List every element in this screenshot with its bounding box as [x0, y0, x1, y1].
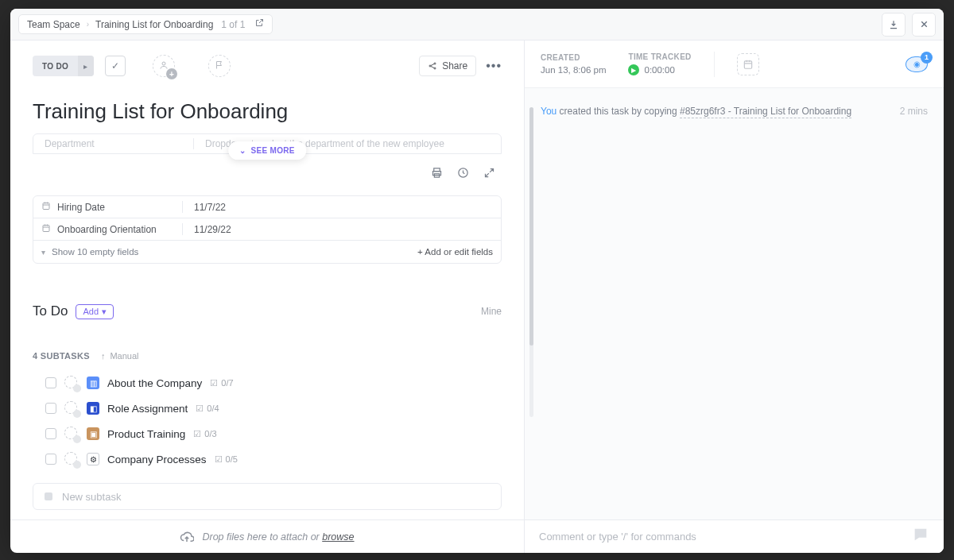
play-icon[interactable]: ▶: [628, 64, 639, 75]
mark-complete-button[interactable]: ✓: [105, 56, 126, 76]
subtask-assignee-button[interactable]: [64, 376, 79, 390]
task-stats: CREATED Jun 13, 8:06 pm TIME TRACKED ▶ 0…: [525, 41, 944, 88]
arrow-up-icon: ↑: [101, 351, 106, 361]
activity-actor: You: [541, 106, 556, 117]
status-next-icon[interactable]: ▸: [78, 56, 94, 76]
new-subtask-input[interactable]: New subtask: [33, 483, 502, 510]
task-detail-pane: TO DO ▸ ✓ +: [10, 41, 525, 553]
chevron-down-icon: ⌄: [239, 146, 246, 155]
progress-badge: ☑0/7: [210, 378, 233, 388]
assignee-add-button[interactable]: +: [153, 55, 175, 77]
svg-point-1: [429, 65, 431, 67]
add-edit-fields[interactable]: + Add or edit fields: [417, 247, 493, 257]
status-button[interactable]: TO DO ▸: [33, 56, 94, 76]
building-icon: ▥: [87, 377, 99, 389]
task-title[interactable]: Training List for Onboarding: [10, 77, 524, 129]
section-name: To Do: [33, 303, 68, 319]
box-icon: ▣: [87, 427, 99, 440]
history-icon[interactable]: [457, 167, 469, 181]
progress-badge: ☑0/3: [193, 429, 216, 439]
subtask-assignee-button[interactable]: [64, 452, 79, 466]
subtask-checkbox[interactable]: [45, 454, 56, 465]
created-label: CREATED: [541, 53, 606, 62]
chevron-down-icon[interactable]: ▾: [41, 248, 45, 257]
svg-rect-8: [43, 203, 49, 210]
activity-log: 2 mins You created this task by copying …: [525, 88, 944, 519]
progress-badge: ☑0/4: [196, 404, 219, 414]
comment-box[interactable]: Comment or type '/' for commands: [525, 519, 944, 553]
square-icon: [45, 492, 52, 500]
comment-icon[interactable]: [912, 526, 929, 547]
browse-link[interactable]: browse: [322, 531, 354, 543]
minimize-button[interactable]: [882, 13, 906, 37]
caret-down-icon: ▾: [102, 307, 107, 317]
activity-source-link[interactable]: #85zrg6fr3 - Training List for Onboardin…: [680, 106, 851, 118]
subtask-row[interactable]: ▣ Product Training ☑0/3: [10, 421, 524, 446]
breadcrumb-item[interactable]: Training List for Onboarding: [95, 19, 213, 30]
svg-rect-9: [43, 226, 49, 232]
time-tracked-value: 0:00:00: [644, 65, 674, 75]
subtask-checkbox[interactable]: [45, 403, 56, 414]
subtasks-count: 4 SUBTASKS: [33, 351, 90, 361]
share-button[interactable]: Share: [419, 56, 476, 76]
field-row-onboarding-orientation[interactable]: Onboarding Orientation 11/29/22: [33, 218, 501, 241]
calendar-icon: [41, 201, 51, 213]
see-more-button[interactable]: ⌄ SEE MORE: [228, 141, 306, 160]
add-subtask-button[interactable]: Add ▾: [76, 304, 114, 319]
svg-point-3: [434, 68, 436, 69]
watchers-button[interactable]: ◉ 1: [906, 56, 928, 72]
print-icon[interactable]: [431, 167, 443, 181]
scrollbar[interactable]: [529, 107, 533, 417]
progress-badge: ☑0/5: [215, 454, 238, 465]
mine-filter[interactable]: Mine: [481, 306, 502, 317]
task-toolbar: TO DO ▸ ✓ +: [10, 41, 524, 77]
peek-col-1: Department: [33, 138, 194, 149]
calendar-icon: [41, 223, 51, 235]
activity-time: 2 mins: [900, 106, 928, 117]
subtask-checkbox[interactable]: [45, 428, 56, 439]
svg-point-2: [434, 63, 436, 64]
time-tracked-label: TIME TRACKED: [628, 52, 691, 61]
close-button[interactable]: [912, 13, 936, 37]
subtask-assignee-button[interactable]: [64, 401, 79, 415]
due-date-button[interactable]: [737, 53, 759, 75]
custom-fields-table: Hiring Date 11/7/22 Onboarding Orientati…: [33, 195, 502, 264]
popout-icon[interactable]: [254, 18, 264, 30]
subtask-row[interactable]: ◧ Role Assignment ☑0/4: [10, 396, 524, 421]
breadcrumb[interactable]: Team Space › Training List for Onboardin…: [18, 14, 273, 34]
chevron-right-icon: ›: [87, 20, 89, 29]
subtasks-list: ▥ About the Company ☑0/7 ◧ Role Assignme…: [10, 370, 524, 472]
subtask-row[interactable]: ▥ About the Company ☑0/7: [10, 370, 524, 396]
field-row-hiring-date[interactable]: Hiring Date 11/7/22: [33, 196, 501, 218]
breadcrumb-space[interactable]: Team Space: [27, 19, 80, 30]
role-icon: ◧: [87, 402, 99, 415]
expand-icon[interactable]: [483, 167, 495, 181]
share-icon: [428, 61, 437, 71]
flag-icon: [215, 60, 224, 72]
svg-point-0: [162, 62, 165, 65]
activity-pane: CREATED Jun 13, 8:06 pm TIME TRACKED ▶ 0…: [525, 41, 944, 553]
breadcrumb-count: 1 of 1: [221, 19, 245, 30]
more-menu-button[interactable]: •••: [486, 59, 502, 73]
plus-icon: +: [166, 68, 177, 79]
subtask-assignee-button[interactable]: [64, 427, 79, 441]
subtask-checkbox[interactable]: [45, 377, 56, 388]
subtask-row[interactable]: ⚙ Company Processes ☑0/5: [10, 446, 524, 472]
attachment-dropzone[interactable]: Drop files here to attach or browse: [10, 519, 524, 553]
cloud-upload-icon: [180, 530, 194, 544]
util-icons: [10, 167, 524, 189]
gear-icon: ⚙: [87, 453, 99, 465]
subtasks-sort[interactable]: ↑ Manual: [101, 351, 139, 361]
description-peek: Department Dropdown to select the depart…: [33, 133, 502, 167]
show-empty-fields[interactable]: Show 10 empty fields: [52, 247, 138, 257]
topbar: Team Space › Training List for Onboardin…: [10, 9, 944, 41]
created-value: Jun 13, 8:06 pm: [541, 65, 606, 75]
priority-flag-button[interactable]: [208, 55, 231, 77]
svg-rect-10: [744, 60, 751, 68]
